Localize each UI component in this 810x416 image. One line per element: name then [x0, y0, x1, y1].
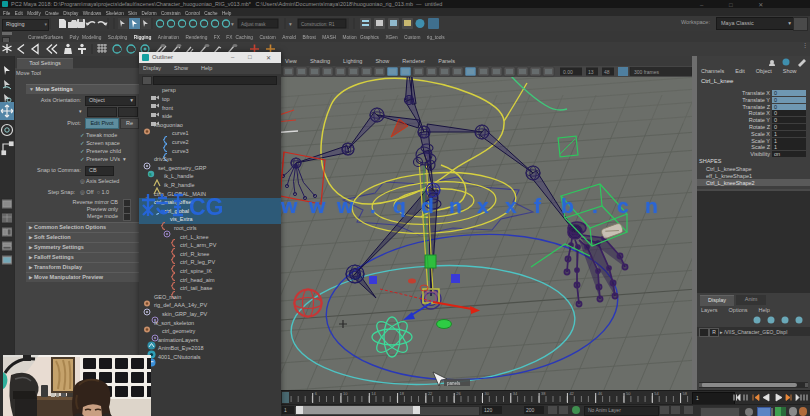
svg-text:14: 14: [371, 391, 376, 396]
svg-text:▾: ▾: [231, 21, 234, 27]
svg-text:6: 6: [315, 391, 318, 396]
svg-text:s: s: [149, 171, 152, 177]
svg-text:50: 50: [626, 391, 631, 396]
svg-text:Construction: R1: Construction: R1: [301, 22, 335, 27]
svg-text:panels: panels: [447, 381, 461, 386]
svg-text:22: 22: [428, 391, 433, 396]
svg-text:42: 42: [569, 391, 574, 396]
svg-text:48: 48: [604, 69, 610, 75]
svg-text:0.00: 0.00: [563, 69, 573, 75]
svg-text:30: 30: [485, 391, 490, 396]
svg-text:26: 26: [456, 391, 461, 396]
svg-text:38: 38: [541, 391, 546, 396]
svg-text:▾: ▾: [289, 21, 292, 27]
svg-text:10: 10: [343, 391, 348, 396]
svg-text:46: 46: [598, 391, 603, 396]
svg-text:18: 18: [400, 391, 405, 396]
svg-text:34: 34: [513, 391, 518, 396]
svg-text:13: 13: [588, 69, 594, 75]
svg-text:300 frames: 300 frames: [634, 69, 660, 75]
svg-text:Adjust mask: Adjust mask: [241, 22, 266, 27]
svg-text:54: 54: [654, 391, 659, 396]
svg-text:58: 58: [683, 391, 688, 396]
